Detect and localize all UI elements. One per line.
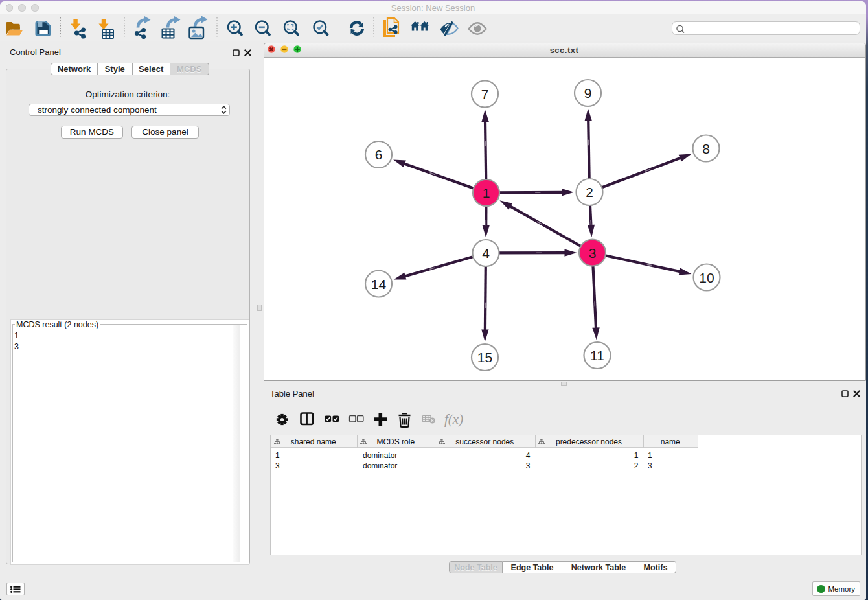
svg-text:f(x): f(x) bbox=[444, 411, 463, 427]
svg-text:10: 10 bbox=[699, 270, 714, 285]
svg-text:11: 11 bbox=[590, 348, 604, 363]
svg-text:15: 15 bbox=[477, 350, 492, 365]
svg-text:3: 3 bbox=[589, 246, 597, 260]
svg-text:9: 9 bbox=[584, 86, 592, 100]
svg-text:4: 4 bbox=[482, 246, 490, 260]
svg-text:2: 2 bbox=[586, 185, 593, 200]
svg-text:7: 7 bbox=[481, 87, 489, 102]
svg-text:8: 8 bbox=[702, 141, 710, 156]
svg-text:1: 1 bbox=[483, 185, 490, 200]
svg-text:14: 14 bbox=[371, 277, 387, 292]
svg-text:6: 6 bbox=[375, 147, 383, 162]
